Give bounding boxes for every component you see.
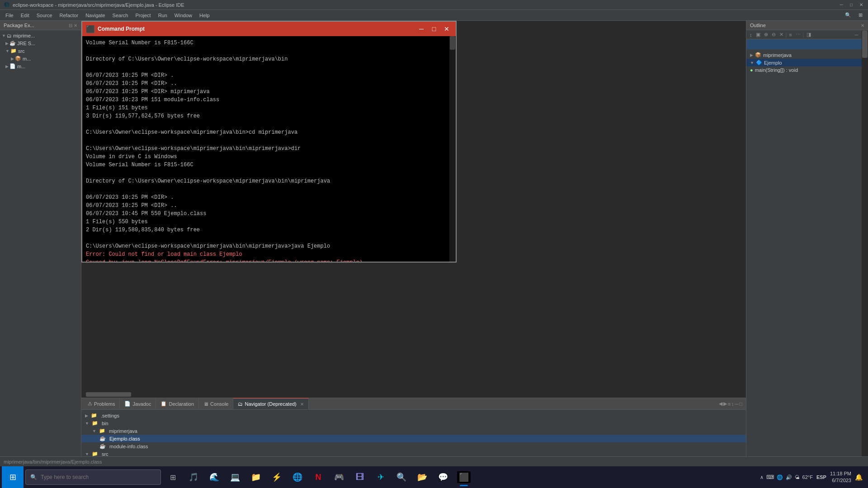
nav-tree-item[interactable]: ☕Ejemplo.class [81,435,746,442]
cmd-minimize-button[interactable]: ─ [416,24,427,33]
taskbar-vpn[interactable]: ✈ [371,467,391,487]
taskbar-clock[interactable]: 11:18 PM 6/7/2023 [830,470,851,484]
notification-icon[interactable]: 🔔 [855,474,863,481]
taskbar-vs[interactable]: ⚡ [267,467,287,487]
library-icon: ☕ [9,40,16,46]
cmd-line [86,63,452,71]
taskbar-lang[interactable]: ESP [816,474,826,480]
taskbar-files[interactable]: 📁 [246,467,266,487]
panel-back-icon[interactable]: ◀ [719,401,722,407]
outline-btn-hide-fields[interactable]: ▣ [755,31,762,38]
tab-javadoc[interactable]: 📄 Javadoc [120,398,156,409]
close-button[interactable]: ✕ [858,2,864,8]
taskbar-chrome[interactable]: 🌐 [288,467,307,487]
nav-tree-item[interactable]: ▼📁bin [81,419,746,427]
taskbar-edge2[interactable]: 💻 [225,467,245,487]
outline-btn-hide-static[interactable]: ⊕ [763,31,769,38]
menu-source[interactable]: Source [33,10,56,20]
taskbar-netflix[interactable]: N [308,467,328,487]
taskbar-search[interactable]: 🔍 [25,469,161,485]
outline-btn-link[interactable]: ◨ [805,31,812,38]
tab-problems[interactable]: ⚠ Problems [83,398,120,409]
taskbar-search2[interactable]: 🔍 [392,467,411,487]
horizontal-scrollbar[interactable] [81,391,746,398]
package-icon: 📦 [15,56,21,61]
right-sidebar-scrollbar[interactable] [862,31,868,488]
outline-miprimerjava[interactable]: ▶ 📦 miprimerjava [746,51,868,59]
tree-item-src[interactable]: ▼ 📁 src [0,47,81,55]
taskbar-xbox[interactable]: 🎮 [329,467,349,487]
declaration-icon: 📋 [160,401,167,407]
tree-item-jre[interactable]: ▶ ☕ JRE S... [0,39,81,47]
panel-forward-icon[interactable]: ▶ [723,401,727,407]
outline-btn-min[interactable]: ─ [854,32,860,38]
taskbar-premiere[interactable]: 🎞 [350,467,370,487]
search-icon[interactable]: 🔍 [841,10,855,20]
tree-item-miprimerjava[interactable]: ▼ 🗂 miprime... [0,32,81,39]
outline-btn-collapse[interactable]: ⋯ [794,31,802,38]
taskbar-discord[interactable]: 💬 [433,467,453,487]
cmd-close-button[interactable]: ✕ [441,24,452,33]
cmd-line [86,136,452,145]
outline-btn-sort[interactable]: ↕ [748,32,754,38]
outline-ejemplo[interactable]: ▼ 🔷 Ejemplo [746,59,868,66]
panel-max-icon[interactable]: □ [739,401,742,407]
taskbar-media[interactable]: 🎵 [184,467,203,487]
outline-title: Outline [750,23,766,28]
menu-edit[interactable]: Edit [17,10,33,20]
menu-run[interactable]: Run [155,10,171,20]
outline-btn-hide-local[interactable]: ✕ [778,31,785,38]
cmd-controls: ─ □ ✕ [416,24,452,33]
maximize-button[interactable]: □ [848,2,854,8]
cmd-maximize-button[interactable]: □ [429,24,439,33]
collapse-all-icon[interactable]: ⊟ [69,23,72,28]
menu-file[interactable]: File [2,10,17,20]
close-panel-icon[interactable]: ✕ [74,23,77,28]
expand-tray-icon[interactable]: ∧ [760,474,764,480]
panel-min-icon[interactable]: ─ [735,401,739,407]
perspective-icon[interactable]: ⊞ [855,10,866,20]
keyboard-icon[interactable]: ⌨ [766,474,774,480]
tab-declaration[interactable]: 📋 Declaration [156,398,199,409]
network-icon[interactable]: 🌐 [777,474,783,480]
tree-item-package[interactable]: ▶ 📦 m... [0,55,81,62]
tab-navigator[interactable]: 🗂 Navigator (Deprecated) ✕ [233,398,308,409]
taskbar-taskview[interactable]: ⊞ [163,467,183,487]
edge2-icon: 💻 [230,472,240,482]
taskbar-date: 6/7/2023 [830,477,851,484]
tree-icon: 📁 [99,428,105,434]
cmd-scrollbar[interactable] [449,36,456,262]
nav-tree-item[interactable]: ☕module-info.class [81,442,746,450]
taskbar-files2[interactable]: 📂 [412,467,432,487]
outline-btn-expand[interactable]: ≡ [788,32,793,38]
menu-help[interactable]: Help [196,10,213,20]
menu-project[interactable]: Project [132,10,154,20]
outline-main-method[interactable]: ● main(String[]) : void [746,66,868,74]
nav-tree-item[interactable]: ▶📁.settings [81,412,746,419]
tree-label-jre: JRE S... [17,41,35,46]
start-button[interactable]: ⊞ [2,466,24,488]
cmd-line: 06/07/2023 10:23 PM 151 module-info.clas… [86,96,452,104]
edge-icon: 🌊 [209,472,219,482]
outline-close-icon[interactable]: ✕ [861,23,864,28]
menu-search[interactable]: Search [109,10,132,20]
panel-sync-icon[interactable]: ↕ [731,401,734,407]
outline-btn-hide-non-public[interactable]: ⊖ [770,31,777,38]
menu-window[interactable]: Window [171,10,196,20]
nav-tree-item[interactable]: ▼📁miprimerjava [81,427,746,435]
taskbar-search-input[interactable] [41,474,156,480]
taskbar-edge[interactable]: 🌊 [204,467,224,487]
panel-menu-icon[interactable]: ≡ [728,401,731,407]
taskbar-terminal[interactable]: ⬛ [454,467,474,487]
tab-console[interactable]: 🖥 Console [199,398,233,409]
menu-navigate[interactable]: Navigate [82,10,108,20]
cmd-content[interactable]: Volume Serial Number is F815-166C Direct… [82,36,456,262]
tab-navigator-close[interactable]: ✕ [300,402,304,407]
tree-item-module[interactable]: ▶ 📄 m... [0,62,81,70]
cmd-line [86,234,452,242]
tree-arrow-src: ▼ [5,49,9,53]
panel-toolbar: ◀ ▶ ≡ ↕ ─ □ [717,401,744,407]
menu-refactor[interactable]: Refactor [56,10,82,20]
minimize-button[interactable]: ─ [838,2,844,8]
volume-icon[interactable]: 🔊 [786,474,792,480]
